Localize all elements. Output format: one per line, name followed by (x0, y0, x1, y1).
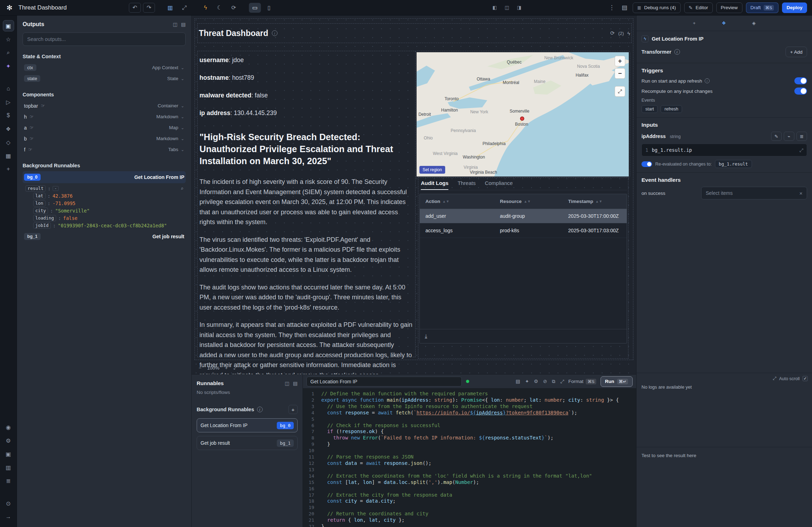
collapse-toggle[interactable]: - (53, 186, 59, 191)
runnables-columns-icon[interactable]: ◫ (285, 381, 289, 386)
column-header[interactable]: Action▲▼ (420, 199, 494, 204)
search-json-icon[interactable]: ⌕ (181, 186, 186, 191)
json-entry-row[interactable]: lat:42.3876 (25, 192, 186, 199)
chevron-down-icon[interactable]: ⌄ (181, 136, 184, 141)
mobile-view-icon[interactable]: ▯ (263, 3, 275, 13)
user-icon[interactable]: ◉ (3, 421, 14, 433)
output-row[interactable]: f☞Tabs⌄ (23, 144, 186, 155)
clear-select-icon[interactable]: × (799, 190, 802, 196)
column-header[interactable]: Resource▲▼ (494, 199, 562, 204)
on-success-select[interactable]: Select items × (701, 187, 807, 199)
code-area[interactable]: 1// Define the main function with the re… (303, 389, 636, 527)
search-outputs-input[interactable] (23, 32, 186, 46)
variables-icon[interactable]: $ (3, 110, 14, 121)
map-component[interactable]: QuébecNew BrunswickNova ScotiaHalifaxOtt… (417, 52, 629, 176)
panel-columns-icon[interactable]: ◫ (173, 22, 178, 27)
fullscreen-icon[interactable]: ⤢ (560, 379, 564, 384)
ai-assist-icon[interactable]: ✦ (525, 379, 529, 384)
fit-view-icon[interactable]: ⤢ (178, 3, 190, 13)
jobs-icon[interactable]: ▦ (3, 150, 14, 161)
markdown-component[interactable]: username: jdoehostname: host789malware d… (199, 52, 414, 356)
workers-icon[interactable]: ▣ (3, 448, 14, 460)
delete-script-icon[interactable]: ⊘ (543, 379, 547, 384)
json-entry-row[interactable]: city:"Somerville" (25, 207, 186, 214)
chevron-down-icon[interactable]: ⌄ (181, 114, 184, 119)
table-row[interactable]: add_useraudit-group2025-03-30T17:00:00Z (420, 209, 627, 223)
logout-icon[interactable]: → (3, 511, 14, 522)
runs-icon[interactable]: ▷ (3, 96, 14, 108)
component-settings-tab-icon[interactable]: ❖ (722, 20, 726, 26)
tab-audit-logs[interactable]: Audit Logs (421, 180, 448, 190)
output-row[interactable]: topbar☞Container⌄ (23, 100, 186, 111)
editor-settings-icon[interactable]: ⚙ (534, 379, 538, 384)
docs-icon[interactable]: ▤ (620, 4, 629, 11)
diff-icon[interactable]: ⧉ (552, 379, 555, 384)
tab-threats[interactable]: Threats (458, 180, 476, 190)
expand-logs-icon[interactable]: ⤢ (773, 376, 776, 381)
favorites-icon[interactable]: ☆ (3, 34, 14, 45)
editor-button[interactable]: ✎ Editor (684, 2, 713, 13)
output-row[interactable]: h☞Markdown⌄ (23, 111, 186, 122)
resources-icon[interactable]: ❖ (3, 123, 14, 134)
more-menu-icon[interactable]: ⋮ (607, 4, 616, 11)
help-icon[interactable]: ⊙ (3, 498, 14, 509)
map-zoom-out-button[interactable]: − (615, 68, 625, 79)
add-runnable-button[interactable]: + (288, 405, 298, 414)
chevron-down-icon[interactable]: ⌄ (181, 103, 184, 108)
bg1-output-row[interactable]: bg_1 Get job result (23, 230, 186, 242)
chevron-down-icon[interactable]: ⌄ (181, 147, 184, 152)
table-row[interactable]: access_logsprod-k8s2025-03-30T17:03:00Z (420, 223, 627, 238)
docs-icon[interactable]: ▤ (516, 379, 520, 384)
preview-button[interactable]: Preview (716, 2, 742, 13)
add-icon[interactable]: + (3, 163, 14, 175)
connect-input-icon[interactable]: ⌁ (784, 132, 794, 141)
eval-input-icon[interactable]: ≣ (796, 132, 807, 141)
format-button[interactable]: Format ⌘S (568, 379, 596, 384)
history-icon[interactable]: ⟳ (228, 3, 240, 13)
canvas-zoom-out-button[interactable]: − (199, 365, 202, 371)
tab-compliance[interactable]: Compliance (485, 180, 513, 190)
json-root-row[interactable]: result : - ⌕ (25, 185, 186, 192)
component-outline-icon[interactable]: ▥ (164, 3, 176, 13)
topbar-component[interactable]: Threat Dashboard i ⟳ (2) ϟ (199, 25, 630, 42)
map-zoom-in-button[interactable]: + (615, 56, 625, 66)
ai-wand-icon[interactable]: ✦ (3, 60, 14, 72)
chevron-down-icon[interactable]: ⌄ (181, 65, 184, 70)
insert-tab-icon[interactable]: + (693, 20, 696, 26)
edit-input-icon[interactable]: ✎ (771, 132, 782, 141)
toggle-right-panel-icon[interactable]: ◨ (517, 5, 521, 10)
output-row[interactable]: ctxApp Context⌄ (23, 62, 186, 73)
search-icon[interactable]: ⌕ (3, 47, 14, 58)
set-region-button[interactable]: Set region (419, 166, 445, 174)
reeval-toggle[interactable] (641, 161, 652, 167)
debug-runs-button[interactable]: ≣ Debug runs (4) (633, 2, 681, 13)
canvas-fit-button[interactable]: ⤢ (233, 365, 237, 371)
canvas-zoom-in-button[interactable]: + (225, 365, 228, 371)
download-icon[interactable]: ⤓ (425, 333, 427, 340)
runnables-collapse-icon[interactable]: ▤ (293, 381, 298, 386)
runnable-item[interactable]: Get Location From IPbg_0 (197, 418, 298, 432)
output-row[interactable]: stateState⌄ (23, 73, 186, 84)
bolt-icon[interactable]: ϟ (199, 3, 211, 13)
home-icon[interactable]: ⌂ (3, 83, 14, 94)
settings-icon[interactable]: ⚙ (3, 435, 14, 446)
json-entry-row[interactable]: loading:false (25, 214, 186, 222)
deploy-button[interactable]: Deploy (782, 2, 807, 13)
styling-tab-icon[interactable]: ◈ (752, 20, 756, 26)
script-name-input[interactable] (306, 377, 462, 387)
chevron-down-icon[interactable]: ⌄ (181, 125, 184, 130)
draft-button[interactable]: Draft ⌘S (746, 2, 778, 13)
input-expression-editor[interactable]: 1 bg_1.result.ip ⤢ (641, 144, 807, 156)
json-entry-row[interactable]: jobId:"0199390f-2843-ceac-dc03-cf8b242a1… (25, 222, 186, 229)
undo-icon[interactable]: ↶ (129, 3, 141, 13)
output-row[interactable]: b☞Markdown⌄ (23, 133, 186, 144)
toggle-left-panel-icon[interactable]: ◧ (492, 5, 497, 10)
bg0-output-row[interactable]: bg_0 Get Location From IP (23, 171, 186, 183)
auto-scroll-checkbox[interactable]: ✓ (802, 376, 808, 381)
tabs-component[interactable]: Audit LogsThreatsCompliance Action▲▼Reso… (419, 179, 627, 357)
json-entry-row[interactable]: lon:-71.0995 (25, 199, 186, 207)
column-header[interactable]: Timestamp▲▼ (562, 199, 627, 204)
recompute-toggle[interactable] (794, 88, 807, 95)
run-on-start-toggle[interactable] (794, 77, 807, 84)
toggle-bottom-panel-icon[interactable]: ◫ (505, 5, 509, 10)
